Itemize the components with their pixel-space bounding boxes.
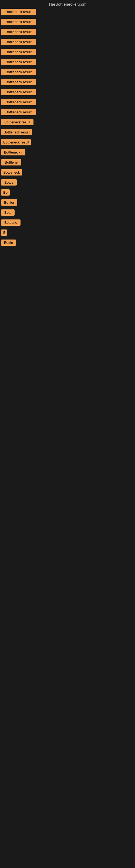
button-row-4: Bottleneck result xyxy=(0,36,135,46)
button-row-1: Bottleneck result xyxy=(0,8,135,16)
button-row-12: Bottleneck result xyxy=(0,116,135,126)
button-row-17: Bottleneck xyxy=(0,166,135,177)
bottleneck-result-button-18[interactable]: Bottle xyxy=(1,179,17,186)
button-row-9: Bottleneck result xyxy=(0,86,135,96)
button-row-14: Bottleneck result xyxy=(0,136,135,147)
button-row-7: Bottleneck result xyxy=(0,66,135,76)
bottleneck-result-button-11[interactable]: Bottleneck result xyxy=(1,109,36,115)
button-row-11: Bottleneck result xyxy=(0,106,135,116)
bottleneck-result-button-6[interactable]: Bottleneck result xyxy=(1,59,36,65)
button-row-15: Bottleneck r xyxy=(0,147,135,156)
button-row-20: Bottler xyxy=(0,197,135,207)
bottleneck-result-button-2[interactable]: Bottleneck result xyxy=(1,19,36,25)
bottleneck-result-button-12[interactable]: Bottleneck result xyxy=(1,119,34,125)
bottleneck-result-button-16[interactable]: Bottlene xyxy=(1,159,21,165)
button-row-5: Bottleneck result xyxy=(0,46,135,56)
bottleneck-result-button-14[interactable]: Bottleneck result xyxy=(1,139,31,145)
buttons-container: Bottleneck resultBottleneck resultBottle… xyxy=(0,8,135,247)
bottleneck-result-button-20[interactable]: Bottler xyxy=(1,199,17,206)
button-row-3: Bottleneck result xyxy=(0,26,135,36)
button-row-22: Bottlene xyxy=(0,217,135,227)
bottleneck-result-button-17[interactable]: Bottleneck xyxy=(1,169,22,176)
bottleneck-result-button-3[interactable]: Bottleneck result xyxy=(1,29,36,35)
bottleneck-result-button-22[interactable]: Bottlene xyxy=(1,219,20,226)
bottleneck-result-button-10[interactable]: Bottleneck result xyxy=(1,99,36,105)
bottleneck-result-button-15[interactable]: Bottleneck r xyxy=(1,149,26,155)
button-row-2: Bottleneck result xyxy=(0,16,135,26)
bottleneck-result-button-5[interactable]: Bottleneck result xyxy=(1,49,36,55)
bottleneck-result-button-21[interactable]: Bottl xyxy=(1,209,14,216)
button-row-8: Bottleneck result xyxy=(0,76,135,86)
bottleneck-result-button-7[interactable]: Bottleneck result xyxy=(1,69,36,75)
button-row-21: Bottl xyxy=(0,207,135,217)
bottleneck-result-button-23[interactable]: B xyxy=(1,229,7,236)
bottleneck-result-button-19[interactable]: Bo xyxy=(1,189,10,195)
site-title: TheBottlenecker.com xyxy=(0,0,135,8)
button-row-16: Bottlene xyxy=(0,156,135,166)
button-row-23: B xyxy=(0,227,135,237)
bottleneck-result-button-1[interactable]: Bottleneck result xyxy=(1,9,36,15)
bottleneck-result-button-4[interactable]: Bottleneck result xyxy=(1,39,36,45)
button-row-10: Bottleneck result xyxy=(0,96,135,106)
button-row-18: Bottle xyxy=(0,177,135,187)
button-row-6: Bottleneck result xyxy=(0,56,135,66)
site-title-container: TheBottlenecker.com xyxy=(0,0,135,8)
bottleneck-result-button-13[interactable]: Bottleneck result xyxy=(1,129,32,135)
button-row-24: Bottle xyxy=(0,237,135,247)
bottleneck-result-button-8[interactable]: Bottleneck result xyxy=(1,79,36,85)
button-row-19: Bo xyxy=(0,187,135,197)
button-row-13: Bottleneck result xyxy=(0,126,135,136)
bottleneck-result-button-9[interactable]: Bottleneck result xyxy=(1,89,36,95)
bottleneck-result-button-24[interactable]: Bottle xyxy=(1,240,16,246)
